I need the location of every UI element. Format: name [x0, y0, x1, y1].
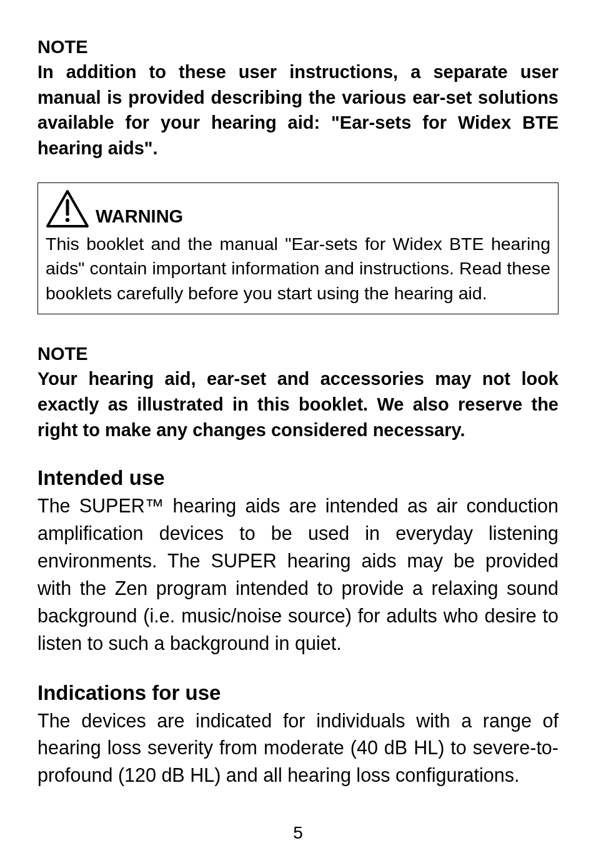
svg-point-2 — [66, 217, 69, 221]
intended-use-body: The SUPER™ hearing aids are intended as … — [37, 492, 559, 657]
indications-section: Indications for use The devices are indi… — [37, 657, 559, 790]
intended-use-title: Intended use — [37, 466, 559, 490]
intended-use-section: Intended use The SUPER™ hearing aids are… — [37, 442, 559, 657]
note-title-1: NOTE — [37, 35, 559, 59]
page-number: 5 — [37, 808, 559, 843]
note-block-1: NOTE In addition to these user instructi… — [37, 35, 559, 161]
warning-box: WARNING This booklet and the manual "Ear… — [37, 182, 559, 315]
note-title-2: NOTE — [37, 342, 559, 366]
warning-body: This booklet and the manual "Ear-sets fo… — [46, 232, 550, 307]
note-block-2: NOTE Your hearing aid, ear-set and acces… — [37, 342, 559, 442]
warning-triangle-icon — [46, 189, 89, 228]
warning-title: WARNING — [96, 207, 183, 228]
note-body-2: Your hearing aid, ear-set and accessorie… — [37, 366, 559, 442]
warning-header: WARNING — [46, 189, 550, 228]
note-body-1: In addition to these user instructions, … — [37, 59, 559, 161]
indications-title: Indications for use — [37, 681, 559, 705]
indications-body: The devices are indicated for individual… — [37, 707, 559, 790]
